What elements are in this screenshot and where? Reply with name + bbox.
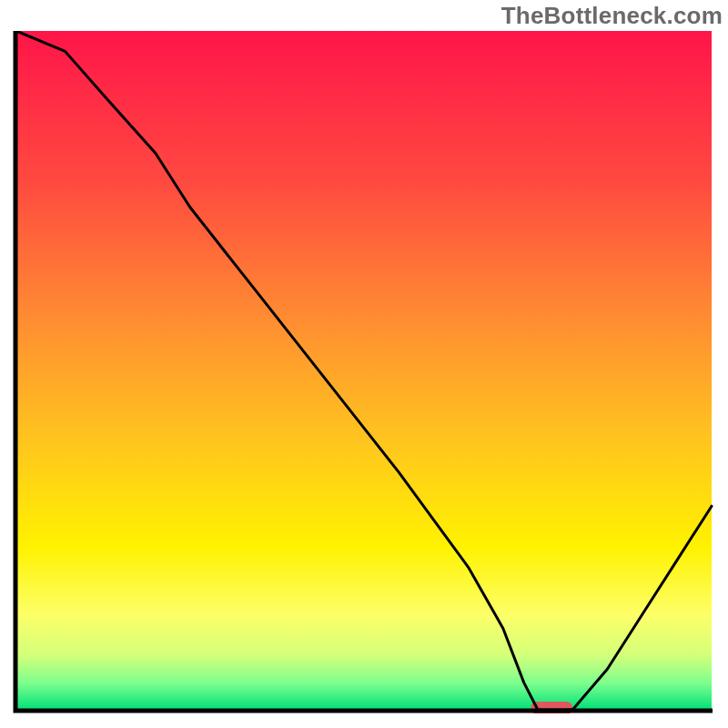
plot-area	[13, 31, 715, 713]
chart-svg	[13, 31, 715, 713]
chart-background	[16, 31, 712, 710]
chart-container: TheBottleneck.com	[0, 0, 728, 728]
watermark-label: TheBottleneck.com	[501, 2, 723, 30]
